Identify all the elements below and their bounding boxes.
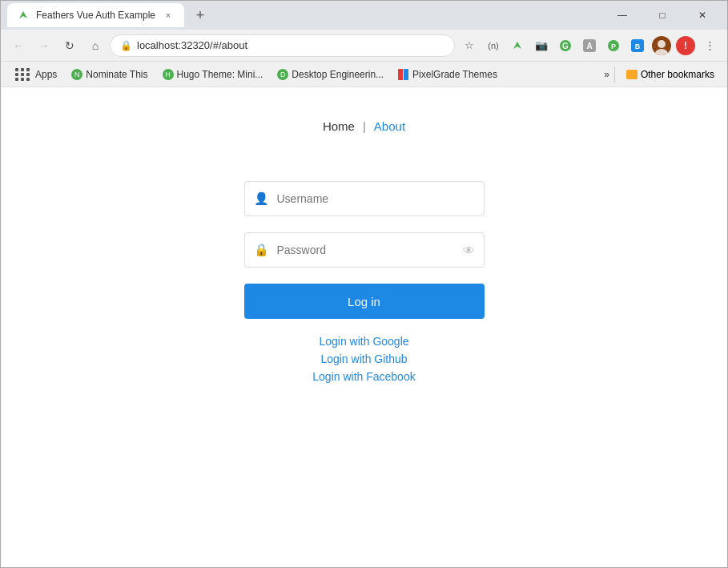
- new-tab-button[interactable]: +: [189, 4, 211, 26]
- bookmark-hugo-label: Hugo Theme: Mini...: [177, 69, 263, 80]
- svg-text:P: P: [611, 42, 616, 50]
- login-google-link[interactable]: Login with Google: [319, 335, 408, 348]
- window-controls: — □ ✕: [604, 1, 721, 30]
- bookmark-desktop-label: Desktop Engineerin...: [292, 69, 384, 80]
- nav-icons-right: ☆ (n) 📷 G A P B: [458, 34, 721, 57]
- svg-text:A: A: [586, 42, 592, 50]
- login-form: 👤 🔒 👁 Log in Login with Google Login wit…: [244, 181, 485, 383]
- folder-icon: [626, 70, 638, 79]
- password-group: 🔒 👁: [244, 232, 485, 268]
- ext-privacy-icon[interactable]: P: [602, 34, 625, 57]
- maximize-button[interactable]: □: [644, 1, 681, 30]
- ext-g-icon[interactable]: G: [554, 34, 577, 57]
- social-links: Login with Google Login with Github Logi…: [312, 335, 415, 383]
- bookmark-nominate[interactable]: N Nominate This: [65, 66, 154, 83]
- other-bookmarks[interactable]: Other bookmarks: [620, 66, 721, 83]
- password-input[interactable]: [244, 232, 485, 268]
- avatar-button[interactable]: [650, 34, 673, 57]
- bookmarks-more-button[interactable]: »: [604, 69, 609, 80]
- ext-badge-icon[interactable]: (n): [482, 34, 505, 57]
- apps-grid-icon: [14, 66, 32, 83]
- bookmark-pixelgrade[interactable]: PixelGrade Themes: [392, 66, 504, 83]
- navigation-bar: ← → ↻ ⌂ 🔒 localhost:32320/#/about ☆ (n) …: [1, 30, 727, 62]
- bookmarks-divider: [614, 66, 615, 83]
- bookmark-apps-label: Apps: [35, 69, 57, 80]
- page-content: Home | About 👤 🔒 👁 Log in Login with Goo…: [1, 87, 727, 567]
- title-bar: Feathers Vue Auth Example × + — □ ✕: [1, 1, 727, 30]
- user-avatar: [652, 36, 671, 55]
- reload-button[interactable]: ↻: [58, 34, 81, 57]
- svg-point-10: [658, 40, 666, 48]
- login-button[interactable]: Log in: [244, 284, 485, 319]
- error-badge: !: [676, 36, 695, 55]
- minimize-button[interactable]: —: [604, 1, 641, 30]
- bookmark-pixelgrade-label: PixelGrade Themes: [412, 69, 497, 80]
- url-text: localhost:32320/#/about: [137, 39, 247, 51]
- tab-close-button[interactable]: ×: [162, 9, 175, 22]
- nominate-favicon: N: [71, 69, 82, 80]
- bookmark-desktop[interactable]: D Desktop Engineerin...: [271, 66, 390, 83]
- lock-field-icon: 🔒: [254, 243, 269, 257]
- address-bar[interactable]: 🔒 localhost:32320/#/about: [110, 34, 455, 57]
- home-button[interactable]: ⌂: [84, 34, 107, 57]
- bookmark-hugo[interactable]: H Hugo Theme: Mini...: [156, 66, 270, 83]
- ext-camera-icon[interactable]: 📷: [530, 34, 553, 57]
- svg-text:G: G: [562, 42, 569, 50]
- login-github-link[interactable]: Login with Github: [320, 352, 407, 365]
- user-icon: 👤: [254, 191, 269, 206]
- svg-point-11: [655, 49, 668, 55]
- bookmark-apps[interactable]: Apps: [7, 63, 63, 86]
- svg-marker-0: [19, 11, 27, 18]
- tab-title: Feathers Vue Auth Example: [36, 10, 155, 21]
- more-options-button[interactable]: ⋮: [698, 34, 721, 57]
- browser-window: Feathers Vue Auth Example × + — □ ✕ ← → …: [0, 0, 728, 568]
- other-bookmarks-label: Other bookmarks: [641, 69, 714, 80]
- nav-separator: |: [358, 119, 371, 133]
- close-button[interactable]: ✕: [684, 1, 721, 30]
- error-icon[interactable]: !: [674, 34, 697, 57]
- bookmark-star-button[interactable]: ☆: [458, 34, 481, 57]
- username-input[interactable]: [244, 181, 485, 216]
- svg-text:B: B: [635, 42, 641, 50]
- login-facebook-link[interactable]: Login with Facebook: [312, 370, 415, 383]
- ext-a-icon[interactable]: A: [578, 34, 601, 57]
- bookmarks-bar: Apps N Nominate This H Hugo Theme: Mini.…: [1, 62, 727, 87]
- tab-favicon: [17, 9, 30, 22]
- hugo-favicon: H: [163, 69, 174, 80]
- ext-v-icon[interactable]: [506, 34, 529, 57]
- ext-blue-icon[interactable]: B: [626, 34, 649, 57]
- toggle-password-icon[interactable]: 👁: [463, 244, 475, 257]
- home-link[interactable]: Home: [320, 119, 358, 133]
- svg-marker-1: [513, 42, 521, 49]
- forward-button[interactable]: →: [33, 34, 55, 57]
- back-button[interactable]: ←: [7, 34, 30, 57]
- pixelgrade-favicon: [398, 69, 409, 80]
- page-navigation: Home | About: [320, 119, 408, 133]
- bookmark-nominate-label: Nominate This: [86, 69, 147, 80]
- about-link[interactable]: About: [371, 119, 408, 133]
- username-group: 👤: [244, 181, 485, 216]
- lock-icon: 🔒: [120, 40, 132, 51]
- browser-tab[interactable]: Feathers Vue Auth Example ×: [7, 3, 184, 27]
- desktop-favicon: D: [277, 69, 288, 80]
